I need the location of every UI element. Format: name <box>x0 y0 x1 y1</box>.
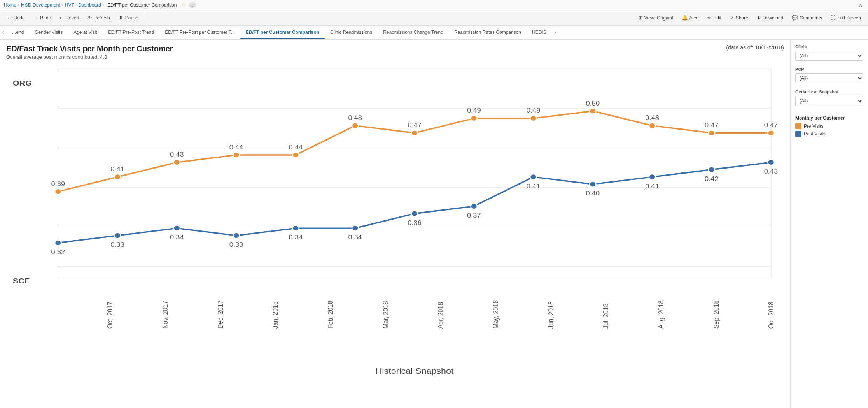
svg-point-42 <box>649 123 656 129</box>
geriatric-select[interactable]: (All) <box>795 96 863 106</box>
svg-text:0.34: 0.34 <box>289 234 303 241</box>
svg-text:Mar, 2018: Mar, 2018 <box>382 301 390 329</box>
svg-text:0.39: 0.39 <box>51 180 65 188</box>
svg-point-68 <box>649 174 656 180</box>
chart-container: ORG SCF Oct, 2017 <box>6 63 784 391</box>
svg-point-50 <box>114 233 121 239</box>
svg-text:ORG: ORG <box>13 79 32 87</box>
comments-button[interactable]: 💬 Comments <box>788 13 826 22</box>
tab-scroll-right[interactable]: › <box>552 29 558 36</box>
svg-point-70 <box>709 167 715 172</box>
svg-point-34 <box>411 130 418 136</box>
svg-text:0.50: 0.50 <box>586 100 600 107</box>
tab-readmissions-change-trend[interactable]: Readmissions Change Trend <box>378 26 449 39</box>
svg-point-48 <box>55 240 61 246</box>
tab-ed-ft-pre-post-customer[interactable]: ED/FT Pre-Post per Customer T... <box>159 26 240 39</box>
download-button[interactable]: ⬇ Download <box>753 13 787 22</box>
svg-point-28 <box>233 152 240 158</box>
tab-readmission-rates[interactable]: Readmission Rates Comparison <box>449 26 527 39</box>
fullscreen-icon: ⛶ <box>831 15 836 21</box>
chart-date: (data as of: 10/13/2018) <box>726 44 784 51</box>
svg-text:0.41: 0.41 <box>110 165 124 173</box>
svg-text:Aug, 2018: Aug, 2018 <box>657 301 665 329</box>
svg-text:Apr, 2018: Apr, 2018 <box>436 302 444 329</box>
chart-area: ED/Fast Track Visits per Month per Custo… <box>0 40 790 408</box>
svg-point-36 <box>471 116 477 121</box>
svg-point-54 <box>233 233 240 239</box>
svg-text:0.48: 0.48 <box>645 114 659 121</box>
svg-point-64 <box>530 174 537 180</box>
sidebar: Clinic (All) PCP (All) Geriatric at Snap… <box>790 40 868 408</box>
pause-icon: ⏸ <box>119 15 124 21</box>
edit-button[interactable]: ✏ Edit <box>704 13 725 22</box>
view-button[interactable]: ⊞ View: Original <box>635 13 677 22</box>
star-icon[interactable]: ☆ <box>181 2 186 8</box>
svg-point-72 <box>768 160 774 165</box>
svg-text:0.34: 0.34 <box>348 234 362 241</box>
svg-rect-2 <box>58 69 771 278</box>
svg-text:0.47: 0.47 <box>705 121 719 129</box>
tab-end[interactable]: ...end <box>7 26 29 39</box>
svg-text:0.37: 0.37 <box>467 212 481 219</box>
breadcrumb-home[interactable]: Home <box>4 2 16 8</box>
collapse-button[interactable]: ∧ <box>859 2 863 8</box>
svg-point-32 <box>352 123 359 129</box>
bookmark-count: 2 <box>189 2 196 8</box>
svg-point-44 <box>709 130 715 136</box>
toolbar-right: ⊞ View: Original 🔔 Alert ✏ Edit ⤢ Share … <box>635 13 865 22</box>
svg-text:Jul, 2018: Jul, 2018 <box>602 304 610 329</box>
revert-button[interactable]: ↩ Revert <box>56 13 83 22</box>
refresh-button[interactable]: ↻ Refresh <box>84 13 114 22</box>
breadcrumb-hvt[interactable]: HVT - Dashboard <box>65 2 101 8</box>
view-icon: ⊞ <box>639 15 643 21</box>
breadcrumb-msd[interactable]: MSD Development <box>21 2 60 8</box>
svg-point-40 <box>590 108 596 114</box>
svg-text:Oct, 2018: Oct, 2018 <box>767 302 775 329</box>
svg-text:0.33: 0.33 <box>229 241 243 248</box>
fullscreen-button[interactable]: ⛶ Full Screen <box>827 13 865 22</box>
svg-text:0.44: 0.44 <box>289 144 303 151</box>
tab-hedis[interactable]: HEDIS <box>527 26 552 39</box>
redo-button[interactable]: → Redo <box>30 13 55 22</box>
svg-point-62 <box>471 204 477 209</box>
svg-text:0.41: 0.41 <box>645 183 659 190</box>
svg-text:Jun, 2018: Jun, 2018 <box>547 301 555 329</box>
redo-icon: → <box>33 15 38 21</box>
svg-point-56 <box>292 225 299 231</box>
toolbar-divider <box>145 13 145 23</box>
tab-age-at-visit[interactable]: Age at Visit <box>68 26 102 39</box>
tab-scroll-left[interactable]: ‹ <box>0 29 7 36</box>
tab-ed-ft-pre-post-trend[interactable]: ED/FT Pre-Post Trend <box>103 26 159 39</box>
svg-text:0.42: 0.42 <box>705 175 719 183</box>
breadcrumb: Home › MSD Development › HVT - Dashboard… <box>0 0 868 10</box>
breadcrumb-current: ED/FT per Customer Comparison <box>107 2 177 8</box>
clinic-select[interactable]: (All) <box>795 51 863 61</box>
alert-button[interactable]: 🔔 Alert <box>678 13 703 22</box>
svg-point-60 <box>411 211 418 216</box>
post-visits-label: Post Visits <box>804 131 826 137</box>
tab-clinic-readmissions[interactable]: Clinic Readmissions <box>325 26 378 39</box>
legend-post-visits: Post Visits <box>795 131 863 137</box>
pcp-filter: PCP (All) <box>795 67 863 83</box>
undo-icon: ← <box>7 15 12 21</box>
legend-pre-visits: Pre Visits <box>795 123 863 129</box>
svg-point-22 <box>55 189 61 195</box>
refresh-icon: ↻ <box>88 15 92 21</box>
svg-point-66 <box>590 181 596 187</box>
tab-gender-visits[interactable]: Gender Visits <box>29 26 68 39</box>
pause-button[interactable]: ⏸ Pause <box>115 13 142 22</box>
svg-text:Jan, 2018: Jan, 2018 <box>271 301 279 329</box>
svg-text:0.36: 0.36 <box>408 219 422 227</box>
svg-point-46 <box>768 130 774 136</box>
tab-ed-ft-per-customer-comparison[interactable]: ED/FT per Customer Comparison <box>240 26 325 39</box>
svg-text:0.44: 0.44 <box>229 144 243 151</box>
share-icon: ⤢ <box>730 15 734 21</box>
share-button[interactable]: ⤢ Share <box>726 13 752 22</box>
chart-header: ED/Fast Track Visits per Month per Custo… <box>6 44 784 60</box>
pre-visits-label: Pre Visits <box>804 123 823 129</box>
svg-point-52 <box>174 225 180 231</box>
undo-button[interactable]: ← Undo <box>3 13 29 22</box>
pcp-select[interactable]: (All) <box>795 73 863 83</box>
comments-icon: 💬 <box>792 15 798 21</box>
pcp-label: PCP <box>795 67 863 72</box>
